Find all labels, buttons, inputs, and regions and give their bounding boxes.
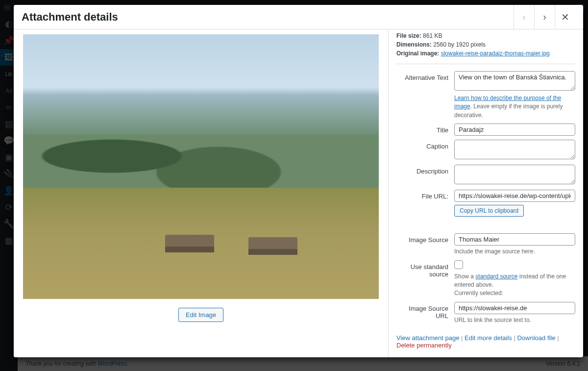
description-label: Description [396,165,454,175]
original-image-meta: Original image: slowakei-reise-paradajz-… [396,49,575,58]
file-url-label: File URL: [396,190,454,200]
attachment-action-links: View attachment page | Edit more details… [396,334,575,349]
bench-shape [165,235,214,252]
file-url-input[interactable] [454,190,575,202]
prev-attachment-button[interactable]: ‹ [514,5,534,29]
edit-more-details-link[interactable]: Edit more details [465,334,512,342]
image-source-help: Include the image source here. [454,247,575,256]
edit-image-button[interactable]: Edit Image [178,308,223,322]
standard-source-help: Show a standard source instead of the on… [454,272,575,298]
title-input[interactable] [454,124,575,136]
chevron-left-icon: ‹ [522,11,526,23]
image-source-url-label: Image Source URL [396,302,454,320]
file-size-meta: File size: 861 KB [396,31,575,40]
delete-permanently-link[interactable]: Delete permanently [396,342,452,349]
image-source-label: Image Source [396,233,454,244]
standard-source-label: Use standard source [396,260,454,278]
attachment-preview-pane: Edit Image [14,29,388,357]
title-label: Title [396,124,454,134]
standard-source-checkbox[interactable] [454,260,463,269]
original-image-link[interactable]: slowakei-reise-paradajz-thomas-maier.jpg [441,50,550,57]
download-file-link[interactable]: Download file [517,334,555,342]
bench-shape [248,237,297,255]
alt-text-input[interactable]: View on the town of Banská Štiavnica. [454,71,575,91]
description-input[interactable] [454,165,575,184]
image-source-input[interactable] [454,233,575,246]
attachment-details-pane: File size: 861 KB Dimensions: 2560 by 19… [388,29,583,357]
divider [396,64,575,64]
chevron-right-icon: › [543,11,546,23]
caption-input[interactable] [454,140,575,159]
modal-title: Attachment details [22,11,514,24]
image-source-url-help: URL to link the source text to. [454,316,575,324]
view-attachment-link[interactable]: View attachment page [396,334,459,342]
modal-header: Attachment details ‹ › ✕ [14,5,583,29]
next-attachment-button[interactable]: › [534,5,555,29]
copy-url-button[interactable]: Copy URL to clipboard [454,205,524,217]
close-icon: ✕ [561,11,569,23]
dimensions-meta: Dimensions: 2560 by 1920 pixels [396,40,575,49]
close-modal-button[interactable]: ✕ [555,5,575,29]
attachment-preview-image [23,34,379,299]
alt-text-label: Alternative Text [396,71,454,81]
attachment-details-modal: Attachment details ‹ › ✕ Edit Image File… [14,5,583,357]
image-source-url-input[interactable] [454,302,575,314]
standard-source-link[interactable]: standard source [475,273,517,280]
alt-text-help: Learn how to describe the purpose of the… [454,94,575,120]
caption-label: Caption [396,140,454,150]
